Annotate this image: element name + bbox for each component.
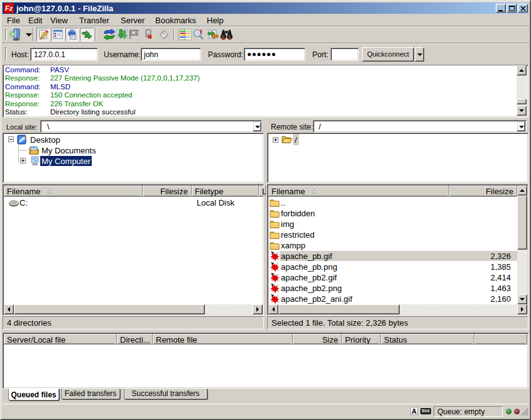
svg-text:Fz: Fz	[5, 4, 13, 12]
